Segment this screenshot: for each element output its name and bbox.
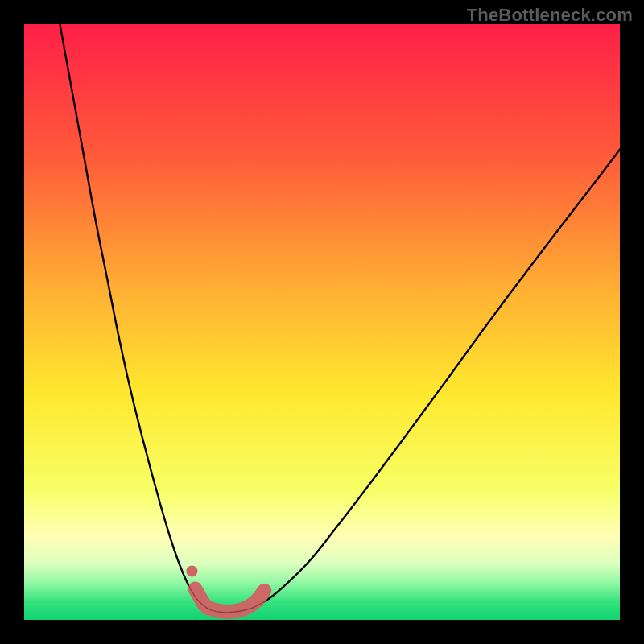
- watermark-text: TheBottleneck.com: [467, 5, 633, 26]
- chart-stage: TheBottleneck.com: [0, 0, 644, 644]
- plot-gradient: [24, 24, 620, 620]
- valley-highlight-dot: [186, 566, 197, 577]
- chart-svg: [0, 0, 644, 644]
